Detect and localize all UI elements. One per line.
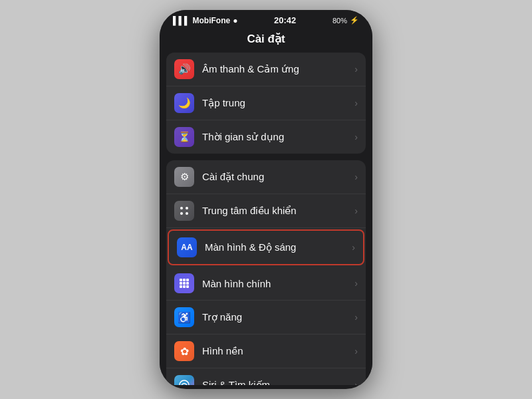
settings-row-screentime[interactable]: ⏳ Thời gian sử dụng › — [166, 120, 366, 154]
svg-rect-8 — [183, 282, 186, 285]
settings-row-wallpaper[interactable]: ✿ Hình nền › — [166, 334, 366, 368]
wifi-icon: ● — [233, 16, 237, 25]
chevron-icon: › — [354, 64, 358, 74]
svg-point-2 — [180, 212, 183, 215]
svg-rect-11 — [183, 285, 186, 288]
screentime-label: Thời gian sử dụng — [202, 131, 354, 143]
wallpaper-label: Hình nền — [202, 345, 354, 357]
status-time: 20:42 — [274, 15, 296, 25]
control-label: Trung tâm điều khiển — [202, 205, 354, 217]
status-left: ▌▌▌ MobiFone ● — [173, 16, 237, 25]
settings-row-general[interactable]: ⚙ Cài đặt chung › — [166, 160, 366, 194]
settings-group-2: ⚙ Cài đặt chung › Trung tâm điều khiển › — [166, 160, 366, 385]
wallpaper-icon: ✿ — [174, 341, 194, 361]
siri-label: Siri & Tìm kiếm — [202, 379, 354, 385]
settings-row-control[interactable]: Trung tâm điều khiển › — [166, 194, 366, 228]
svg-point-3 — [186, 212, 188, 215]
svg-rect-4 — [180, 279, 182, 281]
chevron-icon: › — [354, 380, 358, 385]
svg-point-1 — [186, 207, 188, 209]
battery-icon: ⚡ — [350, 16, 359, 25]
chevron-icon: › — [354, 132, 358, 142]
accessibility-icon: ♿ — [174, 307, 194, 327]
svg-point-0 — [180, 207, 183, 209]
sound-icon: 🔊 — [174, 59, 194, 79]
chevron-icon: › — [352, 242, 355, 253]
homescreen-icon — [174, 273, 194, 293]
chevron-icon: › — [354, 98, 358, 108]
svg-point-13 — [180, 380, 189, 385]
settings-row-siri[interactable]: Siri & Tìm kiếm › — [166, 368, 366, 385]
battery-percent: 80% — [332, 17, 347, 25]
settings-scroll-area[interactable]: 🔊 Âm thanh & Cảm ứng › 🌙 Tập trung › ⏳ T… — [160, 53, 372, 385]
settings-group-1: 🔊 Âm thanh & Cảm ứng › 🌙 Tập trung › ⏳ T… — [166, 53, 366, 154]
settings-row-focus[interactable]: 🌙 Tập trung › — [166, 86, 366, 120]
focus-icon: 🌙 — [174, 93, 194, 113]
screentime-icon: ⏳ — [174, 127, 194, 147]
status-right: 80% ⚡ — [332, 16, 359, 25]
chevron-icon: › — [354, 205, 358, 216]
focus-label: Tập trung — [202, 97, 354, 109]
svg-rect-10 — [180, 285, 182, 288]
chevron-icon: › — [354, 312, 358, 323]
svg-rect-9 — [186, 282, 189, 285]
display-icon: AA — [177, 237, 197, 257]
svg-rect-12 — [186, 285, 189, 288]
chevron-icon: › — [354, 172, 358, 182]
homescreen-label: Màn hình chính — [202, 278, 354, 289]
accessibility-label: Trợ năng — [202, 311, 354, 323]
svg-rect-6 — [186, 279, 189, 281]
carrier-label: MobiFone — [193, 16, 231, 25]
settings-row-display[interactable]: AA Màn hình & Độ sáng › — [168, 229, 364, 265]
svg-rect-7 — [180, 282, 182, 285]
general-label: Cài đặt chung — [202, 171, 354, 183]
general-icon: ⚙ — [174, 167, 194, 187]
status-bar: ▌▌▌ MobiFone ● 20:42 80% ⚡ — [160, 10, 372, 28]
siri-icon — [174, 375, 194, 385]
phone-frame: ▌▌▌ MobiFone ● 20:42 80% ⚡ Cài đặt 🔊 Âm … — [160, 10, 372, 389]
signal-bars: ▌▌▌ — [173, 16, 190, 25]
chevron-icon: › — [354, 278, 358, 289]
page-title: Cài đặt — [160, 28, 372, 53]
settings-row-sound[interactable]: 🔊 Âm thanh & Cảm ứng › — [166, 53, 366, 86]
settings-row-accessibility[interactable]: ♿ Trợ năng › — [166, 301, 366, 334]
sound-label: Âm thanh & Cảm ứng — [202, 63, 354, 75]
control-icon — [174, 201, 194, 221]
display-label: Màn hình & Độ sáng — [205, 241, 352, 253]
chevron-icon: › — [354, 346, 358, 356]
svg-rect-5 — [183, 279, 186, 281]
settings-row-homescreen[interactable]: Màn hình chính › — [166, 267, 366, 301]
